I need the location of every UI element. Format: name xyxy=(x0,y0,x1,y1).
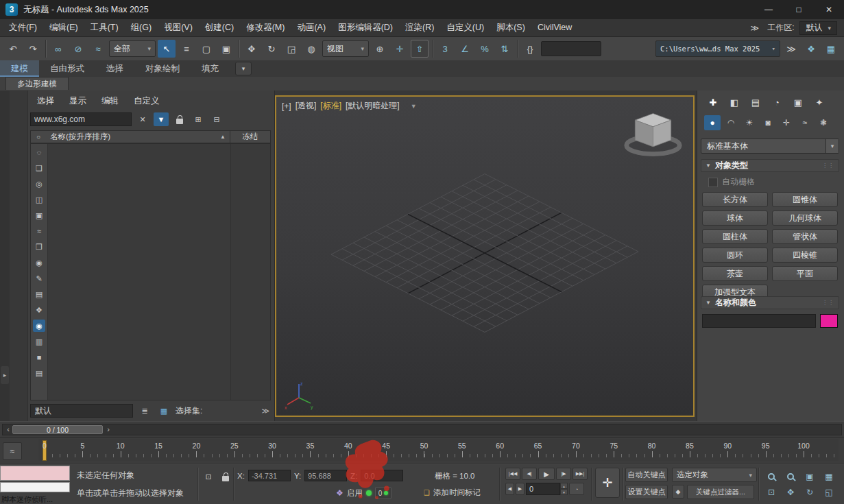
ribbon-dropdown-button[interactable]: ▾ xyxy=(235,62,252,75)
display-containers-icon[interactable]: ❖ xyxy=(33,304,45,316)
notes-icon[interactable]: ▤ xyxy=(33,367,45,379)
angle-snap-icon[interactable]: ∠ xyxy=(456,40,474,58)
frame-spinner-down[interactable]: ▾ xyxy=(560,489,568,495)
previous-frame-button[interactable]: ◀| xyxy=(522,468,537,480)
select-and-scale-icon[interactable]: ◲ xyxy=(282,40,300,58)
close-button[interactable]: ✕ xyxy=(814,0,844,19)
rectangular-selection-icon[interactable]: ▢ xyxy=(197,40,215,58)
viewport[interactable]: [+][透视][标准][默认明暗处理]▼ z x y xyxy=(275,95,695,417)
current-frame-field[interactable] xyxy=(526,483,560,495)
explorer-overflow-button[interactable]: ≫ xyxy=(261,407,271,416)
column-frozen[interactable]: 冻结 xyxy=(230,131,270,143)
orbit-icon[interactable]: ↻ xyxy=(801,485,819,499)
shapes-category-icon[interactable]: ◠ xyxy=(723,115,739,130)
spinner-snap-icon[interactable]: ⇅ xyxy=(496,40,514,58)
pick-display-icon[interactable]: ◌ xyxy=(33,146,45,158)
set-keys-big-button[interactable]: ✛ xyxy=(595,468,620,498)
menu-file[interactable]: 文件(F) xyxy=(3,19,43,36)
new-selection-set-icon[interactable]: ⊞ xyxy=(191,112,206,126)
keyboard-override-icon[interactable]: ⇧ xyxy=(411,40,429,58)
set-key-button[interactable]: 设置关键点 xyxy=(625,485,668,499)
frame-spinner-up[interactable]: ▴ xyxy=(560,483,568,489)
go-to-end-button[interactable]: ▶▶| xyxy=(572,468,588,480)
tab-polygon-modeling[interactable]: 多边形建模 xyxy=(5,77,69,90)
select-and-rotate-icon[interactable]: ↻ xyxy=(263,40,280,58)
x-coordinate-field[interactable] xyxy=(248,470,291,481)
lock-icon[interactable] xyxy=(172,112,187,126)
key-tangents-icon[interactable]: ◆ xyxy=(672,485,684,499)
isolate-selection-icon[interactable]: ⊡ xyxy=(202,470,215,483)
menu-overflow-button[interactable]: ≫ xyxy=(748,23,762,33)
menu-graph-editors[interactable]: 图形编辑器(D) xyxy=(332,19,399,36)
workspace-dropdown[interactable]: 默认 ▾ xyxy=(799,21,837,35)
project-path-dropdown[interactable]: C:\Users\ww…ds Max 2025▾ xyxy=(655,40,780,57)
motion-tab-icon[interactable]: ◔ xyxy=(769,95,784,110)
select-and-place-icon[interactable]: ◍ xyxy=(302,40,320,58)
display-visibility-icon[interactable]: ◉ xyxy=(33,320,45,332)
percent-snap-icon[interactable]: % xyxy=(476,40,494,58)
filter-icon[interactable]: ▼ xyxy=(154,112,169,126)
display-lights-icon[interactable]: ◎ xyxy=(33,178,45,190)
display-tab-icon[interactable]: ▣ xyxy=(791,95,806,110)
play-button[interactable]: ▶ xyxy=(538,468,555,480)
menu-tools[interactable]: 工具(T) xyxy=(84,19,125,36)
asset-tracking-icon[interactable]: ❖ xyxy=(802,40,820,58)
zoom-icon[interactable] xyxy=(762,469,780,483)
toolbar-overflow-icon[interactable]: ≫ xyxy=(782,40,800,58)
render-setup-icon[interactable]: ▦ xyxy=(822,40,840,58)
enabled-count-indicator[interactable]: 0 xyxy=(375,487,392,499)
button-box[interactable]: 长方体 xyxy=(702,192,768,207)
auto-key-button[interactable]: 自动关键点 xyxy=(625,468,668,482)
subcategory-dropdown[interactable]: 标准基本体 ▾ xyxy=(701,139,839,154)
systems-category-icon[interactable]: ❃ xyxy=(815,115,832,130)
tab-populate[interactable]: 填充 xyxy=(191,60,230,77)
button-teapot[interactable]: 茶壶 xyxy=(702,266,768,281)
scene-tree[interactable]: ◌❑◎◫▣≈❒◉✎▤❖◉▥■▤ xyxy=(30,143,271,400)
viewport-filter-icon[interactable]: ▼ xyxy=(411,103,417,110)
explorer-menu-customize[interactable]: 自定义 xyxy=(131,93,162,108)
button-cylinder[interactable]: 圆柱体 xyxy=(702,229,768,244)
search-input[interactable] xyxy=(30,112,132,126)
display-cameras-icon[interactable]: ◫ xyxy=(33,193,45,206)
time-slider-track[interactable]: ‹ 0 / 100 › xyxy=(2,424,842,435)
time-configuration-button[interactable]: ◔ xyxy=(569,483,584,495)
slider-next-arrow[interactable]: › xyxy=(104,425,112,434)
menu-animation[interactable]: 动画(A) xyxy=(291,19,332,36)
cameras-category-icon[interactable]: ◙ xyxy=(760,115,776,130)
display-spacewarps-icon[interactable]: ≈ xyxy=(33,225,45,237)
slider-prev-arrow[interactable]: ‹ xyxy=(4,425,12,434)
next-frame-button[interactable]: |▶ xyxy=(556,468,571,480)
button-tube[interactable]: 管状体 xyxy=(772,229,838,244)
modify-tab-icon[interactable]: ◧ xyxy=(727,95,742,110)
spacewarps-category-icon[interactable]: ≈ xyxy=(797,115,813,130)
utilities-tab-icon[interactable]: ✦ xyxy=(812,95,827,110)
viewport-pov-menu[interactable]: [透视] xyxy=(296,100,317,112)
menu-create[interactable]: 创建(C) xyxy=(199,19,240,36)
menu-scripting[interactable]: 脚本(S) xyxy=(490,19,531,36)
geometry-category-icon[interactable]: ● xyxy=(704,115,721,130)
explorer-menu-display[interactable]: 显示 xyxy=(67,93,89,108)
tab-selection[interactable]: 选择 xyxy=(95,60,134,77)
helpers-category-icon[interactable]: ✛ xyxy=(778,115,795,130)
button-cone[interactable]: 圆锥体 xyxy=(772,192,838,207)
frozen-display-icon[interactable]: ■ xyxy=(33,351,45,363)
zoom-extents-icon[interactable]: ▣ xyxy=(801,469,819,483)
window-crossing-icon[interactable]: ▣ xyxy=(217,40,235,58)
layer-manager-icon[interactable]: ≣ xyxy=(137,404,152,418)
unlink-selection-icon[interactable]: ⊘ xyxy=(69,40,87,58)
tab-object-paint[interactable]: 对象绘制 xyxy=(134,60,191,77)
button-pyramid[interactable]: 四棱锥 xyxy=(772,248,838,263)
expand-panel-button[interactable]: ▸ xyxy=(1,366,9,384)
object-name-field[interactable] xyxy=(702,314,816,328)
menu-views[interactable]: 视图(V) xyxy=(158,19,199,36)
redo-icon[interactable]: ↷ xyxy=(24,40,42,58)
bind-to-space-warp-icon[interactable]: ≈ xyxy=(89,40,107,58)
hierarchy-tab-icon[interactable]: ▤ xyxy=(748,95,763,110)
create-tab-icon[interactable]: ✚ xyxy=(706,95,721,110)
go-to-start-button[interactable]: |◀◀ xyxy=(505,468,520,480)
column-name[interactable]: 名称(按升序排序) ▲ xyxy=(46,132,230,142)
key-filters-button[interactable]: 关键点过滤器... xyxy=(687,485,754,499)
button-geosphere[interactable]: 几何球体 xyxy=(772,211,838,226)
named-selection-sets-combo[interactable] xyxy=(541,41,601,56)
rollout-name-color[interactable]: ▼ 名称和颜色 ⋮⋮ xyxy=(701,296,839,309)
